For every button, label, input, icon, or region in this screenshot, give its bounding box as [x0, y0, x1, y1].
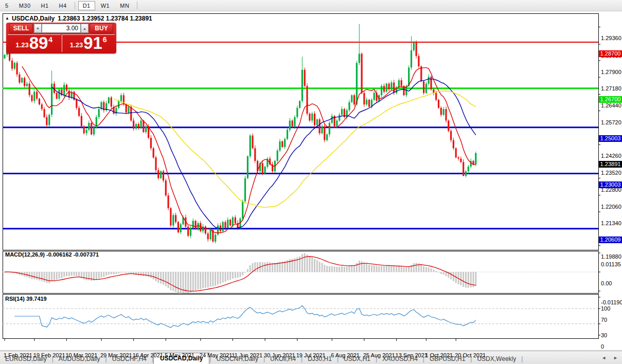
date-tick-label: 16 Apr 2021: [133, 352, 163, 358]
price-tick-label: 1.29360: [601, 35, 621, 41]
buy-price-display[interactable]: 1.23 91 6: [62, 34, 115, 52]
timeframe-button-h4[interactable]: H4: [55, 1, 72, 10]
rsi-tick-label: 70: [601, 317, 607, 323]
price-tick-label: 1.25720: [601, 119, 621, 125]
price-tick-label: 1.27900: [601, 69, 621, 75]
chart-window: ▲USDCAD,Daily1.23863 1.23952 1.23784 1.2…: [0, 11, 622, 350]
date-tick-label: 25 Aug 2021: [363, 352, 395, 358]
macd-tick-label: 0.01135: [601, 261, 621, 267]
date-tick-label: 30 Jun 2021: [264, 352, 295, 358]
date-tick-label: 6 Aug 2021: [331, 352, 360, 358]
toolbar-separator: [137, 2, 137, 9]
macd-values: -0.006162 -0.007371: [46, 251, 99, 258]
price-tick-label: 1.24260: [601, 153, 621, 159]
date-tick-label: 10 Mar 2021: [66, 352, 98, 358]
timeframe-toolbar: 5M30H1H4D1W1MN: [0, 0, 622, 11]
sell-price-prefix: 1.23: [15, 41, 28, 49]
timeframe-button-w1[interactable]: W1: [96, 1, 115, 10]
chevron-down-icon: ▼: [36, 27, 40, 30]
price-tick-label: 1.22060: [601, 204, 621, 210]
sell-price-display[interactable]: 1.23 89 4: [8, 34, 61, 52]
price-tick-label: 1.19880: [601, 253, 621, 260]
level-price-badge: 1.20609: [599, 236, 622, 243]
mt4-window: 5M30H1H4D1W1MN ▲USDCAD,Daily1.23863 1.23…: [0, 0, 622, 364]
timeframe-button-mn[interactable]: MN: [115, 1, 134, 10]
chart-ohlc-title: ▲USDCAD,Daily1.23863 1.23952 1.23784 1.2…: [5, 15, 152, 22]
macd-indicator-label: MACD(12,26,9) -0.006162 -0.007371: [5, 251, 99, 258]
volume-input[interactable]: 3.00: [42, 24, 81, 33]
chart-symbol-label: USDCAD,Daily: [12, 15, 55, 22]
level-price-badge: 1.26700: [599, 96, 622, 103]
buy-price-prefix: 1.23: [70, 41, 83, 49]
price-tick-label: 1.23520: [601, 170, 621, 176]
sell-price-sup: 4: [48, 35, 52, 44]
rsi-value: 39.7419: [26, 296, 47, 302]
timeframe-button-d1[interactable]: D1: [78, 1, 95, 10]
date-tick-label: 1 Feb 2021: [4, 352, 32, 358]
macd-tick-label: -0.011904: [601, 299, 622, 305]
tab-separator: |: [521, 355, 523, 364]
buy-price-sup: 6: [103, 35, 107, 44]
date-tick-label: 29 Mar 2021: [100, 352, 132, 358]
tab-scroll-left-icon[interactable]: ◄: [601, 355, 606, 360]
rsi-tick-label: 30: [601, 332, 607, 338]
rsi-tick-label: 100: [601, 305, 610, 312]
date-tick-label: 20 Oct 2021: [455, 352, 486, 358]
buy-price-big: 91: [83, 35, 102, 51]
timeframe-button-5[interactable]: 5: [1, 1, 13, 10]
price-tick-label: 1.26440: [601, 102, 621, 108]
chevron-up-icon: ▲: [83, 27, 86, 30]
level-price-badge: 1.23003: [599, 181, 622, 188]
date-tick-label: 19 Feb 2021: [33, 352, 65, 358]
collapse-arrow-icon[interactable]: ▲: [5, 16, 9, 21]
date-tick-label: 24 May 2021: [200, 352, 233, 358]
volume-decrease-button[interactable]: ▼: [34, 24, 42, 33]
tab-scroll-right-icon[interactable]: ►: [613, 355, 618, 360]
level-price-badge: 1.28700: [599, 50, 622, 57]
price-tick-label: 1.27180: [601, 85, 621, 92]
rsi-tick-label: 0: [601, 343, 604, 350]
level-price-badge: 1.25003: [599, 135, 622, 142]
date-tick-label: 5 May 2021: [165, 352, 194, 358]
one-click-trading-panel: SELL ▼ 3.00 ▲ BUY 1.23 89 4 1.23 91 6: [6, 23, 116, 53]
toolbar-separator: [75, 2, 75, 9]
timeframe-button-m30[interactable]: M30: [14, 1, 35, 10]
timeframe-button-h1[interactable]: H1: [37, 1, 54, 10]
date-tick-label: 13 Sep 2021: [396, 352, 428, 358]
current-price-badge: 1.23891: [599, 161, 622, 168]
rsi-indicator-label: RSI(14) 39.7419: [5, 296, 47, 302]
volume-increase-button[interactable]: ▲: [81, 24, 88, 33]
ohlc-values: 1.23863 1.23952 1.23784 1.23891: [58, 15, 152, 22]
date-tick-label: 19 Jul 2021: [296, 352, 326, 358]
sell-price-big: 89: [29, 35, 48, 51]
macd-tick-label: 0.00: [601, 280, 612, 286]
date-tick-label: 1 Oct 2021: [425, 352, 453, 358]
sell-button[interactable]: SELL: [9, 23, 33, 33]
price-tick-label: 1.21340: [601, 220, 621, 226]
date-tick-label: 11 Jun 2021: [232, 352, 262, 358]
buy-button[interactable]: BUY: [90, 23, 113, 33]
